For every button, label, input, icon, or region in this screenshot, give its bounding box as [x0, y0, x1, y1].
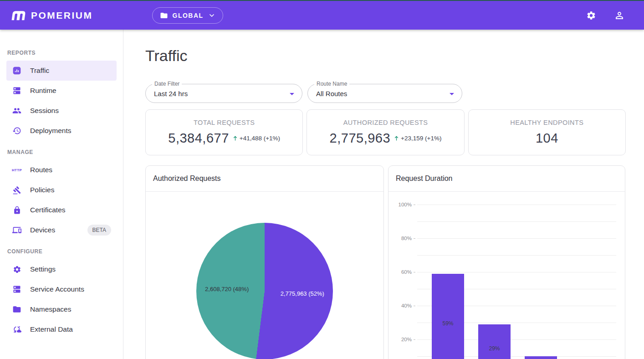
date-filter-label: Date Filter	[152, 81, 182, 87]
sidebar-item-sessions[interactable]: Sessions	[6, 101, 117, 121]
section-label-manage: MANAGE	[0, 149, 123, 155]
brand[interactable]: POMERIUM	[11, 9, 93, 21]
gridline	[417, 221, 616, 222]
person-icon	[614, 10, 625, 21]
pie-slice-label: 2,775,963 (52%)	[281, 290, 324, 297]
sidebar-item-deployments[interactable]: Deployments	[6, 121, 117, 141]
dropdown-caret-icon	[446, 88, 457, 99]
sidebar-item-certificates[interactable]: Certificates	[6, 200, 117, 220]
main-content: Traffic Date Filter Last 24 hrs Route Na…	[123, 30, 644, 359]
y-axis-tick-label: 100%	[390, 202, 412, 207]
stat-delta: +23,159 (+1%)	[393, 135, 441, 142]
date-filter-select[interactable]: Date Filter Last 24 hrs	[145, 84, 302, 103]
pomerium-logo	[10, 9, 27, 21]
request-duration-chart-card: Request Duration 20%40%60%80%100%59%29%1…	[388, 165, 625, 359]
sidebar-item-label: Routes	[30, 166, 52, 174]
settings-gear-button[interactable]	[585, 9, 598, 22]
gridline	[417, 238, 616, 239]
stat-label: AUTHORIZED REQUESTS	[343, 119, 428, 126]
sidebar: REPORTS Traffic Runtime Sessions	[0, 30, 123, 359]
sidebar-item-runtime[interactable]: Runtime	[6, 81, 117, 101]
date-filter-value: Last 24 hrs	[154, 90, 188, 97]
bar-value-label: 59%	[442, 320, 453, 327]
sidebar-item-label: Settings	[30, 265, 56, 273]
sidebar-item-label: Certificates	[30, 206, 66, 214]
section-label-configure: CONFIGURE	[0, 248, 123, 255]
sidebar-item-label: Namespaces	[30, 305, 71, 313]
stat-value: 2,775,963	[330, 131, 391, 146]
arrow-up-icon	[232, 135, 239, 142]
sidebar-item-policies[interactable]: Policies	[6, 180, 117, 200]
section-label-reports: REPORTS	[0, 50, 123, 56]
stat-value: 104	[536, 131, 558, 146]
duration-bar[interactable]	[432, 274, 464, 359]
bar-value-label: 29%	[489, 345, 500, 352]
gridline	[417, 205, 616, 205]
sidebar-item-devices[interactable]: Devices BETA	[6, 220, 117, 240]
y-axis-tick-label: 80%	[390, 236, 412, 241]
gear-icon	[586, 10, 596, 21]
sidebar-item-label: Traffic	[30, 67, 49, 75]
lock-icon	[12, 205, 22, 215]
sidebar-item-external-data[interactable]: External Data	[6, 319, 117, 339]
app-bar: POMERIUM GLOBAL	[0, 1, 644, 30]
stat-label: HEALTHY ENDPOINTS	[510, 119, 583, 126]
chevron-down-icon	[208, 12, 215, 19]
duration-bar[interactable]	[478, 324, 511, 359]
traffic-report-icon	[12, 66, 22, 76]
server-stack-icon	[12, 284, 22, 294]
request-duration-bar-plot[interactable]: 20%40%60%80%100%59%29%10%	[417, 205, 616, 359]
sidebar-item-label: Deployments	[30, 127, 71, 135]
stat-delta: +41,488 (+1%)	[232, 135, 280, 142]
page-title: Traffic	[145, 47, 626, 65]
sidebar-item-label: Devices	[30, 226, 55, 234]
stat-value: 5,384,677	[168, 131, 229, 146]
sidebar-item-label: Service Accounts	[30, 285, 84, 293]
duration-bar[interactable]	[525, 356, 557, 359]
gridline	[417, 255, 616, 256]
gridline	[417, 272, 616, 272]
y-axis-tick-label: 60%	[390, 269, 412, 275]
namespace-selector-button[interactable]: GLOBAL	[152, 7, 223, 24]
sidebar-item-settings[interactable]: Settings	[6, 259, 117, 279]
account-button[interactable]	[613, 9, 626, 22]
sidebar-item-label: Policies	[30, 186, 54, 194]
dropdown-caret-icon	[286, 88, 297, 99]
namespace-label: GLOBAL	[173, 12, 204, 19]
stat-label: TOTAL REQUESTS	[194, 119, 255, 126]
stat-card-healthy-endpoints: HEALTHY ENDPOINTS 104	[468, 109, 626, 155]
sidebar-item-label: Runtime	[30, 87, 56, 95]
beta-badge: BETA	[87, 225, 111, 236]
brand-name: POMERIUM	[31, 10, 93, 21]
route-name-value: All Routes	[316, 90, 347, 97]
sidebar-item-label: External Data	[30, 325, 73, 333]
sidebar-item-routes[interactable]: HTTP Routes	[6, 160, 117, 180]
history-icon	[12, 126, 22, 136]
arrow-up-icon	[393, 135, 400, 142]
chart-title: Request Duration	[388, 166, 625, 192]
stat-card-authorized-requests: AUTHORIZED REQUESTS 2,775,963 +23,159 (+…	[307, 109, 464, 155]
route-name-select[interactable]: Route Name All Routes	[307, 84, 462, 103]
sidebar-item-traffic[interactable]: Traffic	[6, 61, 117, 81]
people-icon	[12, 106, 22, 116]
sidebar-item-namespaces[interactable]: Namespaces	[6, 299, 117, 319]
stat-card-total-requests: TOTAL REQUESTS 5,384,677 +41,488 (+1%)	[145, 109, 303, 155]
authorized-requests-chart-card: Authorized Requests 2,775,963 (52%)2,608…	[145, 165, 384, 359]
authorized-requests-pie[interactable]: 2,775,963 (52%)2,608,720 (48%)	[196, 223, 333, 359]
chart-title: Authorized Requests	[146, 166, 383, 192]
gear-icon	[12, 264, 22, 274]
y-axis-tick-label: 40%	[390, 303, 412, 308]
cloud-sync-icon	[12, 324, 22, 334]
pie-slice-label: 2,608,720 (48%)	[205, 285, 249, 292]
sidebar-item-label: Sessions	[30, 107, 59, 115]
folder-icon	[12, 304, 22, 314]
server-stack-icon	[12, 86, 22, 96]
gavel-icon	[12, 185, 22, 195]
sidebar-item-service-accounts[interactable]: Service Accounts	[6, 279, 117, 299]
route-name-label: Route Name	[314, 81, 349, 87]
devices-icon	[12, 225, 22, 235]
y-axis-tick-label: 20%	[390, 337, 412, 342]
http-icon: HTTP	[12, 165, 22, 175]
folder-icon	[160, 11, 168, 20]
